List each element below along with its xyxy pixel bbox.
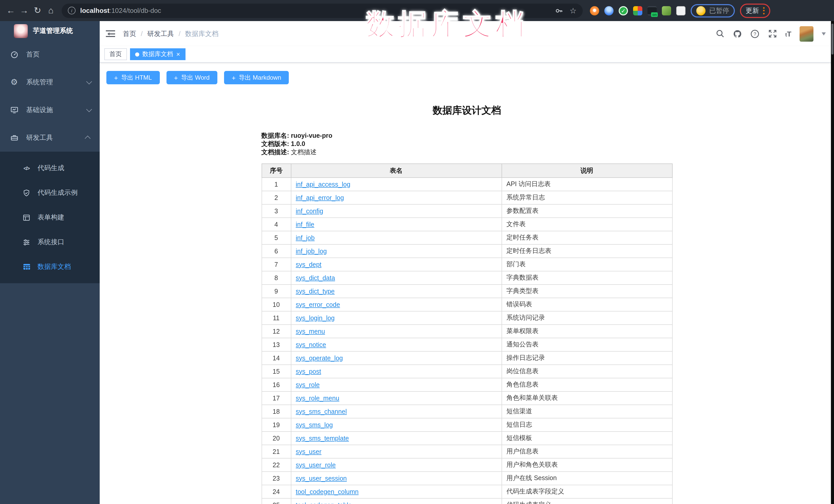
site-info-icon[interactable]: i bbox=[68, 7, 75, 15]
scrollbar-thumb[interactable] bbox=[831, 24, 833, 54]
row-description: 字典类型表 bbox=[502, 285, 672, 298]
sidebar-collapse-icon[interactable] bbox=[106, 30, 115, 37]
table-name-link[interactable]: sys_dict_data bbox=[296, 274, 335, 281]
submenu-item-db-doc[interactable]: 数据库文档 bbox=[0, 255, 100, 279]
forward-icon[interactable]: → bbox=[18, 6, 31, 15]
row-table-name: sys_sms_log bbox=[291, 418, 502, 432]
table-name-link[interactable]: sys_operate_log bbox=[296, 354, 343, 361]
table-name-link[interactable]: sys_sms_channel bbox=[296, 408, 347, 415]
sidebar-item-home[interactable]: 首页 bbox=[0, 41, 100, 68]
tag-db-doc[interactable]: 数据库文档 × bbox=[130, 48, 185, 60]
breadcrumb-home[interactable]: 首页 bbox=[123, 29, 136, 38]
export-html-button[interactable]: + 导出 HTML bbox=[106, 71, 159, 84]
table-row: 15sys_post岗位信息表 bbox=[262, 365, 672, 378]
table-name-link[interactable]: sys_error_code bbox=[296, 301, 340, 308]
password-key-icon[interactable] bbox=[554, 6, 564, 15]
code-icon: </> bbox=[22, 164, 31, 172]
table-name-link[interactable]: inf_config bbox=[296, 207, 323, 215]
sidebar-item-system[interactable]: ⚙ 系统管理 bbox=[0, 68, 100, 96]
submenu-item-form-builder[interactable]: 表单构建 bbox=[0, 205, 100, 230]
tag-home[interactable]: 首页 bbox=[104, 48, 127, 60]
row-description: 用户信息表 bbox=[502, 445, 672, 458]
user-avatar[interactable] bbox=[799, 26, 813, 41]
chevron-up-icon bbox=[85, 136, 91, 141]
table-name-link[interactable]: sys_dict_type bbox=[296, 288, 334, 295]
reload-icon[interactable]: ↻ bbox=[31, 6, 44, 15]
extension-green-check-icon[interactable]: ✓ bbox=[619, 6, 628, 15]
table-name-link[interactable]: sys_role bbox=[296, 381, 320, 388]
chrome-update-button[interactable]: 更新 bbox=[746, 6, 759, 15]
submenu-item-codegen-demo[interactable]: 代码生成示例 bbox=[0, 180, 100, 205]
table-name-link[interactable]: sys_user_session bbox=[296, 475, 347, 482]
table-name-link[interactable]: sys_login_log bbox=[296, 314, 335, 322]
row-index: 17 bbox=[262, 391, 291, 405]
row-description: 定时任务日志表 bbox=[502, 244, 672, 258]
browser-menu-icon[interactable] bbox=[763, 7, 765, 14]
extension-blue-icon[interactable] bbox=[604, 6, 614, 15]
table-row: 11sys_login_log系统访问记录 bbox=[262, 311, 672, 325]
table-name-link[interactable]: inf_file bbox=[296, 221, 314, 228]
row-description: API 访问日志表 bbox=[502, 178, 672, 191]
doc-info-line: 数据库名: ruoyi-vue-pro bbox=[261, 132, 673, 140]
page-scrollbar[interactable] bbox=[831, 21, 834, 504]
table-name-link[interactable]: inf_api_access_log bbox=[296, 181, 350, 188]
table-name-link[interactable]: sys_sms_log bbox=[296, 421, 333, 429]
table-name-link[interactable]: tool_codegen_table bbox=[296, 501, 352, 504]
row-description: 系统异常日志 bbox=[502, 191, 672, 204]
sliders-icon bbox=[22, 238, 31, 246]
breadcrumb-devtools[interactable]: 研发工具 bbox=[147, 29, 174, 38]
back-icon[interactable]: ← bbox=[4, 6, 18, 15]
sidebar-item-devtools[interactable]: 研发工具 bbox=[0, 124, 100, 152]
sidebar-logo[interactable]: 芋道管理系统 bbox=[0, 21, 100, 41]
export-word-button[interactable]: + 导出 Word bbox=[166, 71, 217, 84]
main-area: 首页 / 研发工具 / 数据库文档 ? bbox=[100, 21, 834, 504]
search-icon[interactable] bbox=[715, 29, 725, 38]
help-icon[interactable]: ? bbox=[750, 29, 760, 38]
row-table-name: inf_file bbox=[291, 218, 502, 231]
table-name-link[interactable]: inf_job bbox=[296, 234, 315, 241]
row-index: 7 bbox=[262, 258, 291, 271]
extension-leaf-icon[interactable] bbox=[662, 6, 671, 15]
row-index: 16 bbox=[262, 378, 291, 391]
doc-info-line: 文档描述: 文档描述 bbox=[261, 148, 673, 156]
font-size-icon[interactable]: tT bbox=[785, 29, 791, 38]
row-description: 代码生成表字段定义 bbox=[502, 485, 672, 498]
app-frame: 芋道管理系统 首页 ⚙ 系统管理 基础设施 bbox=[0, 21, 834, 504]
table-name-link[interactable]: sys_dept bbox=[296, 261, 322, 268]
breadcrumb-current: 数据库文档 bbox=[185, 29, 219, 38]
bookmark-star-icon[interactable]: ☆ bbox=[570, 7, 576, 15]
export-markdown-button[interactable]: + 导出 Markdown bbox=[224, 71, 289, 84]
row-table-name: sys_sms_channel bbox=[291, 405, 502, 418]
extensions-puzzle-icon[interactable] bbox=[676, 6, 685, 15]
tag-close-icon[interactable]: × bbox=[176, 51, 180, 58]
fullscreen-icon[interactable] bbox=[768, 29, 777, 38]
breadcrumb: 首页 / 研发工具 / 数据库文档 bbox=[123, 29, 219, 38]
extension-on-badge-icon[interactable]: on bbox=[648, 6, 657, 15]
breadcrumb-separator: / bbox=[179, 30, 180, 38]
table-row: 14sys_operate_log操作日志记录 bbox=[262, 351, 672, 365]
extension-grid-icon[interactable] bbox=[633, 6, 642, 15]
table-row: 8sys_dict_data字典数据表 bbox=[262, 271, 672, 285]
info-value: ruoyi-vue-pro bbox=[291, 132, 332, 139]
home-icon[interactable]: ⌂ bbox=[44, 6, 58, 15]
github-icon[interactable] bbox=[733, 29, 742, 38]
row-index: 22 bbox=[262, 458, 291, 472]
table-name-link[interactable]: tool_codegen_column bbox=[296, 488, 359, 495]
table-name-link[interactable]: sys_sms_template bbox=[296, 435, 349, 442]
sidebar-item-infra[interactable]: 基础设施 bbox=[0, 96, 100, 124]
emoji-extension-icon[interactable] bbox=[696, 6, 705, 15]
table-name-link[interactable]: sys_user_role bbox=[296, 461, 336, 468]
table-name-link[interactable]: sys_post bbox=[296, 368, 321, 375]
table-row: 1inf_api_access_logAPI 访问日志表 bbox=[262, 178, 672, 191]
table-name-link[interactable]: sys_user bbox=[296, 448, 322, 455]
table-name-link[interactable]: inf_job_log bbox=[296, 247, 327, 255]
submenu-item-codegen[interactable]: </> 代码生成 bbox=[0, 156, 100, 180]
table-name-link[interactable]: sys_menu bbox=[296, 328, 325, 335]
submenu-item-api[interactable]: 系统接口 bbox=[0, 230, 100, 255]
table-name-link[interactable]: sys_notice bbox=[296, 341, 326, 348]
row-table-name: sys_role bbox=[291, 378, 502, 391]
extension-orange-icon[interactable] bbox=[590, 6, 599, 15]
table-name-link[interactable]: inf_api_error_log bbox=[296, 194, 344, 201]
user-menu-caret-icon[interactable] bbox=[822, 32, 826, 38]
table-name-link[interactable]: sys_role_menu bbox=[296, 395, 339, 402]
